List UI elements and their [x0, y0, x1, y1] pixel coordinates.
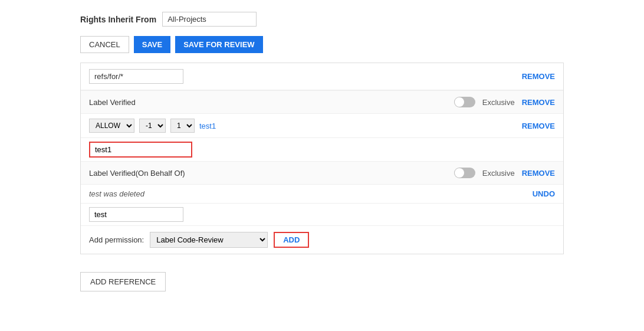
permission-title-2: Label Verified(On Behalf Of)	[89, 169, 447, 178]
group-input-wrapper-1	[81, 137, 563, 161]
permission-remove-2[interactable]: REMOVE	[522, 169, 555, 178]
group-input-row-2	[81, 203, 563, 225]
undo-link[interactable]: UNDO	[533, 189, 555, 198]
inherit-input[interactable]	[162, 12, 257, 27]
add-button[interactable]: ADD	[274, 232, 309, 248]
rule-group-link-1[interactable]: test1	[199, 122, 216, 130]
section-card: REMOVE Label Verified Exclusive REMOVE A…	[80, 63, 564, 254]
toggle-track-1[interactable]	[454, 97, 475, 107]
ref-remove-link[interactable]: REMOVE	[522, 72, 555, 81]
exclusive-label-2: Exclusive	[482, 169, 515, 178]
deleted-text: test was deleted	[89, 189, 144, 198]
save-button[interactable]: SAVE	[134, 36, 170, 53]
add-permission-label: Add permission:	[89, 235, 144, 244]
deleted-row: test was deleted UNDO	[81, 184, 563, 203]
toggle-thumb-1	[455, 97, 464, 107]
page-wrapper: Rights Inherit From CANCEL SAVE SAVE FOR…	[57, 0, 587, 303]
rule-remove-1[interactable]: REMOVE	[522, 122, 555, 130]
toolbar: CANCEL SAVE SAVE FOR REVIEW	[80, 36, 564, 53]
rule-row-1: ALLOW DENY BLOCK -1 -2 0 1 0 2 test1 REM…	[81, 113, 563, 137]
add-permission-row: Add permission: Label Code-Review Label …	[81, 225, 563, 254]
exclusive-label-1: Exclusive	[482, 98, 515, 107]
save-for-review-button[interactable]: SAVE FOR REVIEW	[175, 36, 262, 53]
exclusive-toggle-2[interactable]	[454, 168, 475, 178]
rule-action-select[interactable]: ALLOW DENY BLOCK	[89, 119, 134, 133]
toggle-track-2[interactable]	[454, 168, 475, 178]
rule-max-select[interactable]: 1 0 2	[170, 119, 195, 133]
permission-remove-1[interactable]: REMOVE	[522, 98, 555, 107]
exclusive-toggle-1[interactable]	[454, 97, 475, 107]
section-header: REMOVE	[81, 63, 563, 90]
inherit-row: Rights Inherit From	[80, 12, 564, 27]
permission-title-1: Label Verified	[89, 98, 447, 107]
ref-input[interactable]	[89, 69, 183, 84]
cancel-button[interactable]: CANCEL	[80, 36, 129, 53]
group-input-1[interactable]	[89, 142, 192, 158]
inherit-label: Rights Inherit From	[80, 15, 156, 24]
permission-header-1: Label Verified Exclusive REMOVE	[81, 91, 563, 113]
toggle-thumb-2	[455, 168, 464, 178]
permission-header-2: Label Verified(On Behalf Of) Exclusive R…	[81, 162, 563, 184]
permission-block-label-verified: Label Verified Exclusive REMOVE ALLOW DE…	[81, 90, 563, 161]
group-input-2[interactable]	[89, 207, 183, 222]
permission-block-label-verified-behalf: Label Verified(On Behalf Of) Exclusive R…	[81, 161, 563, 254]
rule-min-select[interactable]: -1 -2 0	[139, 119, 166, 133]
add-permission-select[interactable]: Label Code-Review Label Verified Read Pu…	[150, 232, 268, 248]
add-reference-button[interactable]: ADD REFERENCE	[80, 272, 166, 291]
